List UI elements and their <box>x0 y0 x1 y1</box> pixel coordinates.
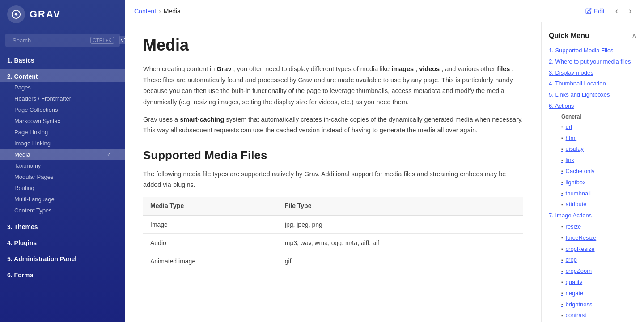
sidebar-item-modular-pages[interactable]: Modular Pages <box>0 171 125 182</box>
nav-section-themes: 3. Themes <box>0 218 125 234</box>
sidebar-item-headers[interactable]: Headers / Frontmatter <box>0 93 125 104</box>
sidebar-item-forms[interactable]: 6. Forms <box>0 268 125 280</box>
qm-item-cache-only[interactable]: Cache only <box>542 166 644 177</box>
topbar: Content › Media Edit ‹ › <box>125 0 644 22</box>
qm-item-link[interactable]: link <box>542 155 644 166</box>
search-shortcut: CTRL+K <box>90 37 114 44</box>
article: Media When creating content in Grav , yo… <box>125 22 541 322</box>
sidebar-item-content[interactable]: 2. Content <box>0 69 125 82</box>
nav-section-basics: 1. Basics <box>0 51 125 68</box>
sidebar-item-page-linking[interactable]: Page Linking <box>0 127 125 138</box>
media-type-image: Image <box>143 215 278 234</box>
sidebar-item-routing[interactable]: Routing <box>0 182 125 194</box>
logo-icon <box>7 5 25 23</box>
qm-item-brightness[interactable]: brightness <box>542 299 644 310</box>
qm-item-lightbox[interactable]: lightbox <box>542 177 644 188</box>
topbar-actions: Edit ‹ › <box>582 4 635 17</box>
sidebar-item-taxonomy[interactable]: Taxonomy <box>0 160 125 171</box>
images-bold: images <box>391 65 414 72</box>
qm-item-crop[interactable]: crop <box>542 254 644 266</box>
file-type-image: jpg, jpeg, png <box>278 215 523 234</box>
qm-item-resize[interactable]: resize <box>542 221 644 233</box>
qm-item-quality[interactable]: quality <box>542 277 644 288</box>
table-header-type: Media Type <box>143 197 278 215</box>
quick-menu-header: Quick Menu ∧ <box>542 30 644 45</box>
logo-text: GRAV <box>30 8 61 20</box>
sidebar-item-basics[interactable]: 1. Basics <box>0 53 125 66</box>
content-area: Media When creating content in Grav , yo… <box>125 22 644 322</box>
file-type-audio: mp3, wav, wma, ogg, m4a, aiff, aif <box>278 234 523 252</box>
media-table: Media Type File Type Image jpg, jpeg, pn… <box>143 197 523 270</box>
breadcrumb-parent[interactable]: Content <box>134 8 156 15</box>
qm-item-contrast[interactable]: contrast <box>542 310 644 321</box>
search-bar[interactable]: CTRL+K v1.6 ▾ <box>5 34 120 47</box>
caching-paragraph: Grav uses a smart-caching system that au… <box>143 114 523 136</box>
qm-item-where-media[interactable]: 2. Where to put your media files <box>542 56 644 68</box>
quick-menu-title: Quick Menu <box>549 32 589 40</box>
grav-bold: Grav <box>216 65 231 72</box>
article-title: Media <box>143 36 523 55</box>
sidebar-item-content-types[interactable]: Content Types <box>0 205 125 216</box>
version-badge[interactable]: v1.6 ▾ <box>119 36 126 44</box>
quick-menu-collapse-button[interactable]: ∧ <box>631 31 637 40</box>
videos-bold: videos <box>419 65 440 72</box>
supported-title: Supported Media Files <box>143 148 523 162</box>
table-row: Animated image gif <box>143 252 523 271</box>
supported-intro: The following media file types are suppo… <box>143 169 523 191</box>
media-type-audio: Audio <box>143 234 278 252</box>
sidebar-item-multi-language[interactable]: Multi-Language <box>0 194 125 205</box>
qm-item-supported-media[interactable]: 1. Supported Media Files <box>542 45 644 56</box>
file-type-animated: gif <box>278 252 523 271</box>
sidebar-item-markdown-syntax[interactable]: Markdown Syntax <box>0 115 125 127</box>
sidebar-item-plugins[interactable]: 4. Plugins <box>0 236 125 248</box>
sidebar-item-page-collections[interactable]: Page Collections <box>0 104 125 115</box>
nav-section-content: 2. Content Pages Headers / Frontmatter P… <box>0 68 125 218</box>
sidebar-item-image-linking[interactable]: Image Linking <box>0 138 125 149</box>
prev-button[interactable]: ‹ <box>612 4 622 17</box>
qm-item-negate[interactable]: negate <box>542 288 644 299</box>
main-area: Content › Media Edit ‹ › Media When crea… <box>125 0 644 322</box>
qm-item-thumbnail[interactable]: thumbnail <box>542 188 644 199</box>
qm-item-attribute[interactable]: attribute <box>542 199 644 210</box>
nav-section-plugins: 4. Plugins <box>0 234 125 250</box>
sidebar-item-admin-panel[interactable]: 5. Administration Panel <box>0 252 125 264</box>
table-header-filetype: File Type <box>278 197 523 215</box>
nav-section-admin-panel: 5. Administration Panel <box>0 250 125 266</box>
table-row: Image jpg, jpeg, png <box>143 215 523 234</box>
sidebar-item-media[interactable]: Media <box>0 149 125 160</box>
edit-icon <box>585 8 592 14</box>
qm-item-forceResize[interactable]: forceResize <box>542 233 644 244</box>
qm-item-actions[interactable]: 6. Actions <box>542 101 644 112</box>
smart-caching-bold: smart-caching <box>180 116 224 123</box>
qm-item-url[interactable]: url <box>542 122 644 133</box>
media-type-animated: Animated image <box>143 252 278 271</box>
quick-menu: Quick Menu ∧ 1. Supported Media Files 2.… <box>541 22 644 322</box>
breadcrumb-current: Media <box>164 8 181 15</box>
qm-item-display[interactable]: display <box>542 144 644 155</box>
files-bold: files <box>497 65 510 72</box>
qm-item-links-lightboxes[interactable]: 5. Links and Lightboxes <box>542 89 644 101</box>
sidebar: GRAV CTRL+K v1.6 ▾ 1. Basics 2. Content … <box>0 0 125 322</box>
qm-subheading-general: General <box>542 112 644 122</box>
logo-area: GRAV <box>0 0 125 29</box>
breadcrumb: Content › Media <box>134 8 181 15</box>
nav-section-forms: 6. Forms <box>0 266 125 282</box>
qm-item-image-actions[interactable]: 7. Image Actions <box>542 210 644 221</box>
next-button[interactable]: › <box>625 4 635 17</box>
qm-item-html[interactable]: html <box>542 133 644 144</box>
edit-button[interactable]: Edit <box>582 6 608 17</box>
sidebar-item-pages[interactable]: Pages <box>0 82 125 93</box>
qm-item-cropZoom[interactable]: cropZoom <box>542 266 644 277</box>
search-input[interactable] <box>13 37 88 44</box>
intro-paragraph: When creating content in Grav , you ofte… <box>143 64 523 108</box>
qm-item-cropResize[interactable]: cropResize <box>542 244 644 255</box>
table-row: Audio mp3, wav, wma, ogg, m4a, aiff, aif <box>143 234 523 252</box>
sidebar-item-themes[interactable]: 3. Themes <box>0 220 125 232</box>
qm-item-thumbnail-location[interactable]: 4. Thumbnail Location <box>542 78 644 89</box>
qm-item-display-modes[interactable]: 3. Display modes <box>542 68 644 79</box>
breadcrumb-separator: › <box>159 8 161 15</box>
